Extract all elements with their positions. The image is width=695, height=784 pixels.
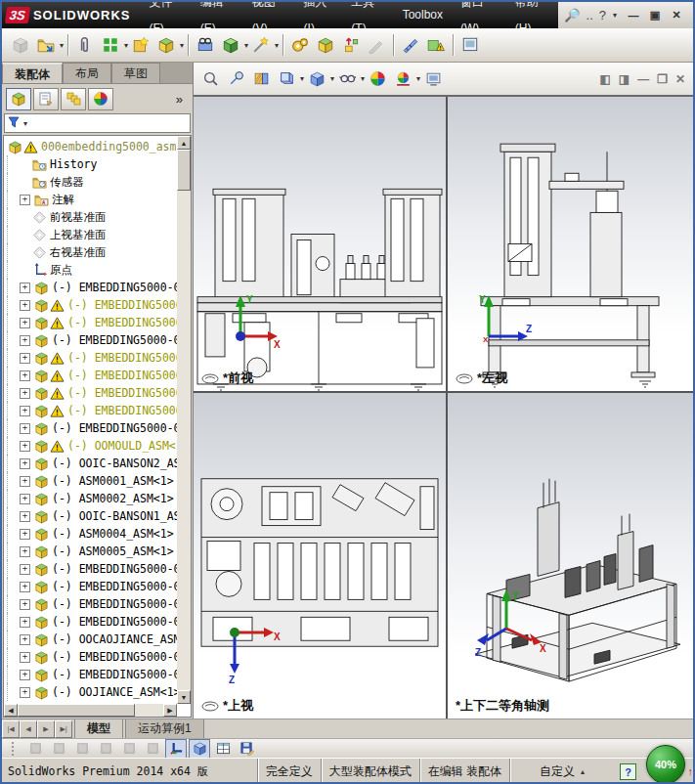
expand-icon[interactable]: + — [20, 283, 30, 293]
next-tab-button[interactable]: ▶ — [37, 720, 55, 738]
tree-item[interactable]: 原点 — [7, 261, 177, 279]
explode-line-sketch-icon[interactable] — [365, 33, 388, 57]
windows-preview-icon[interactable] — [458, 33, 482, 57]
viewport-front[interactable]: Y X *前视 — [194, 97, 446, 391]
expand-icon[interactable]: + — [20, 300, 30, 311]
display-style-icon[interactable] — [305, 67, 328, 91]
toolbar-grip[interactable] — [12, 742, 18, 756]
custom-status-button[interactable]: 自定义 ▴ — [509, 759, 614, 784]
study-tab-运动算例1[interactable]: 运动算例1 — [125, 719, 204, 740]
filter-animated-icon[interactable] — [95, 739, 116, 759]
doc-restore-icon[interactable]: ❐ — [657, 72, 668, 86]
hscroll-thumb[interactable] — [18, 704, 135, 717]
expand-icon[interactable]: + — [20, 511, 30, 522]
panel-tab-草图[interactable]: 草图 — [111, 63, 160, 83]
expand-icon[interactable]: + — [20, 318, 30, 328]
tree-item[interactable]: +(-) EMBEDDING5000-01-B- — [7, 595, 177, 613]
assembly-features-icon[interactable] — [219, 33, 242, 57]
tree-item[interactable]: +(-) ASM0005_ASM<1> (默认 — [7, 543, 177, 560]
expand-icon[interactable]: + — [20, 582, 30, 592]
tree-item[interactable]: 传感器 — [7, 173, 177, 191]
manager-overflow-button[interactable]: » — [176, 92, 189, 107]
split-left-pane-icon[interactable]: ◧ — [599, 72, 610, 86]
menu-item[interactable]: Toolbox — [394, 2, 452, 28]
view-orientation-icon[interactable] — [275, 67, 298, 91]
interference-detection-icon[interactable] — [399, 33, 422, 57]
playback-loop-icon[interactable] — [142, 739, 163, 759]
view-orientation-dropdown-icon[interactable]: ▾ — [300, 74, 304, 83]
tree-item[interactable]: +(-) OOJIANCE_ASM<1> (默 — [7, 683, 177, 701]
tree-item[interactable]: +A注解 — [7, 191, 177, 208]
expand-icon[interactable]: + — [20, 564, 30, 575]
apply-scene-dropdown-icon[interactable]: ▾ — [416, 74, 420, 83]
bill-of-materials-icon[interactable] — [314, 33, 337, 57]
triad-toggle-icon[interactable] — [165, 739, 187, 759]
insert-components-icon[interactable] — [9, 33, 32, 57]
search-icon[interactable]: 🔎 — [564, 8, 580, 22]
tree-item[interactable]: +(-) EMBEDDING5000-01-N- — [7, 578, 177, 595]
expand-icon[interactable]: + — [20, 617, 30, 628]
filter-dropdown-icon[interactable]: ▾ — [23, 119, 27, 128]
tree-filter[interactable]: ▾ — [4, 113, 191, 133]
tree-horizontal-scrollbar[interactable]: ◀ ▶ — [4, 704, 177, 717]
minimize-button[interactable]: — — [623, 8, 644, 23]
tree-item[interactable]: +(-) OOIC-BANSON2_ASM<1> — [7, 455, 177, 472]
expand-icon[interactable]: + — [20, 529, 30, 540]
tree-root-item[interactable]: 000embedding5000_asm — [7, 138, 177, 155]
assembly-visualization-icon[interactable]: ! — [424, 33, 448, 57]
expand-icon[interactable]: + — [20, 423, 30, 434]
tree-item[interactable]: +(-) EMBEDDING5000-01- — [7, 367, 177, 384]
show-hidden-components-icon[interactable] — [194, 33, 217, 57]
expand-icon[interactable]: + — [20, 546, 30, 557]
help-dropdown-icon[interactable]: ▾ — [613, 11, 617, 20]
zoom-fit-icon[interactable] — [198, 67, 222, 91]
expand-icon[interactable]: + — [20, 670, 30, 680]
configuration-manager-icon[interactable] — [61, 88, 86, 110]
tree-item[interactable]: 右视基准面 — [7, 243, 177, 261]
tree-item[interactable]: +(-) OOIC-BANSON1_ASM<1> — [7, 507, 177, 525]
mate-icon[interactable] — [73, 33, 97, 57]
doc-minimize-icon[interactable]: — — [637, 72, 649, 86]
section-view-icon[interactable] — [249, 67, 273, 91]
last-tab-button[interactable]: ▶| — [55, 720, 72, 738]
expand-icon[interactable]: + — [20, 476, 30, 487]
tree-item[interactable]: +(-) ASM0001_ASM<1> (默认 — [7, 472, 177, 490]
vscroll-thumb[interactable] — [177, 150, 191, 191]
prev-tab-button[interactable]: ◀ — [20, 720, 37, 738]
tree-item[interactable]: +(-) EMBEDDING5000-01- — [7, 314, 177, 331]
calculate-motion-icon[interactable] — [71, 739, 93, 759]
tree-item[interactable]: +(-) EMBEDDING5000-01-S- — [7, 279, 177, 296]
panel-tab-装配体[interactable]: 装配体 — [2, 63, 63, 83]
move-component-icon[interactable] — [154, 33, 178, 57]
expand-icon[interactable]: + — [20, 687, 30, 698]
open-icon[interactable] — [34, 33, 58, 57]
tree-item[interactable]: +(-) ASM0002_ASM<1> (默认 — [7, 490, 177, 507]
assembly-features-dropdown-icon[interactable]: ▾ — [244, 41, 248, 50]
tree-item[interactable]: +(-) EMBEDDING5000-01- — [7, 384, 177, 402]
reference-geometry-icon[interactable] — [249, 33, 273, 57]
tree-item[interactable]: +(-) EMBEDDING5000-01-X- — [7, 666, 177, 683]
open-dropdown-icon[interactable]: ▾ — [60, 41, 64, 50]
feature-manager-icon[interactable] — [6, 88, 31, 110]
scroll-left-icon[interactable]: ◀ — [4, 704, 18, 717]
hide-show-items-icon[interactable] — [335, 67, 359, 91]
help-menu-icon[interactable]: ? — [599, 8, 606, 22]
save-animation-icon[interactable] — [236, 739, 257, 759]
expand-icon[interactable]: + — [20, 634, 30, 645]
viewport-isometric[interactable]: Y X Z *上下二等角轴测 — [448, 393, 693, 719]
results-table-icon[interactable] — [212, 739, 234, 759]
tree-item[interactable]: +(-) EMBEDDING5000-01-B- — [7, 613, 177, 631]
resource-monitor-badge[interactable]: 40% — [646, 745, 685, 784]
split-right-pane-icon[interactable]: ◨ — [619, 72, 630, 86]
zoom-area-icon[interactable] — [224, 67, 247, 91]
display-style-dropdown-icon[interactable]: ▾ — [330, 74, 334, 83]
close-button[interactable]: ✕ — [666, 8, 687, 23]
apply-scene-icon[interactable] — [391, 67, 414, 91]
tree-item[interactable]: +(-) EMBEDDING5000-01- — [7, 349, 177, 367]
expand-icon[interactable]: + — [20, 441, 30, 452]
doc-close-icon[interactable]: ✕ — [675, 72, 685, 86]
expand-icon[interactable]: + — [20, 353, 30, 364]
expand-icon[interactable]: + — [20, 335, 30, 346]
smart-fasteners-icon[interactable] — [129, 33, 152, 57]
expand-icon[interactable]: + — [20, 494, 30, 504]
